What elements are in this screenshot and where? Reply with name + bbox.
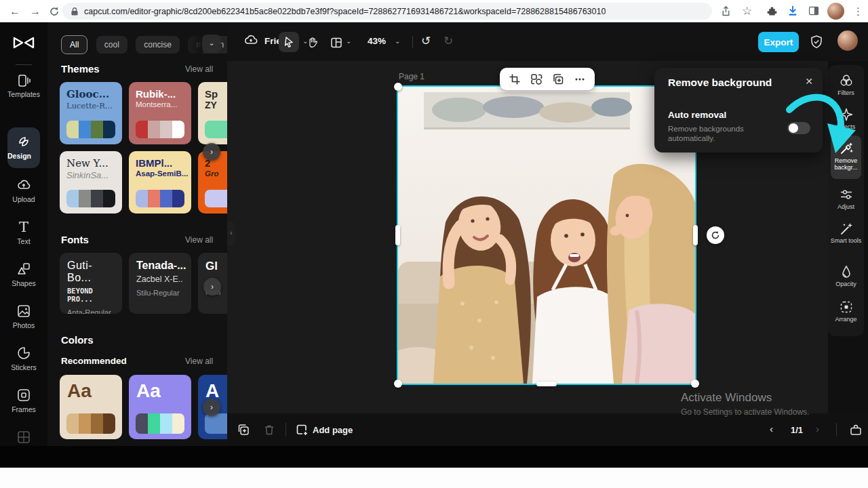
bookmark-star-icon[interactable]: ☆ bbox=[742, 0, 752, 22]
panel-collapse-icon[interactable]: ‹ bbox=[227, 222, 235, 246]
browser-avatar[interactable] bbox=[827, 3, 844, 20]
effects-icon bbox=[839, 107, 854, 122]
export-button[interactable]: Export bbox=[758, 32, 799, 52]
toggle-knob bbox=[789, 123, 798, 133]
capcut-logo[interactable] bbox=[12, 33, 36, 52]
theme-card[interactable]: IBMPl... Asap-SemiB... bbox=[129, 151, 191, 214]
swatch bbox=[172, 413, 184, 434]
theme-card[interactable]: Sp ZY bbox=[198, 82, 227, 144]
duplicate-icon[interactable] bbox=[552, 73, 564, 85]
more-options-icon[interactable] bbox=[574, 73, 586, 85]
download-icon[interactable] bbox=[787, 5, 799, 17]
photo-three-women bbox=[398, 87, 695, 384]
next-page-icon[interactable]: › bbox=[816, 423, 819, 434]
auto-removal-toggle[interactable] bbox=[787, 122, 810, 134]
selection-handle-top-left[interactable] bbox=[394, 83, 402, 91]
zoom-chevron-icon[interactable]: ⌄ bbox=[395, 37, 400, 45]
tool-opacity[interactable]: Opacity bbox=[828, 264, 864, 287]
preview-box-icon[interactable] bbox=[848, 422, 863, 437]
delete-page-icon[interactable] bbox=[262, 423, 276, 436]
theme-swatches bbox=[136, 121, 184, 138]
chips-expand-icon[interactable]: ⌄ bbox=[202, 35, 221, 53]
font-card[interactable]: Tenada-... Zacbel X-E.. Stilu-Regular bbox=[129, 253, 191, 314]
selection-handle-right[interactable] bbox=[693, 225, 698, 245]
auto-removal-description: Remove backgrounds automatically. bbox=[668, 124, 773, 144]
swatch bbox=[136, 413, 148, 434]
selection-handle-bottom-left[interactable] bbox=[394, 380, 402, 388]
page-label[interactable]: Page 1 bbox=[399, 72, 425, 81]
tool-arrange[interactable]: Arrange bbox=[828, 300, 864, 323]
themes-next-icon[interactable]: › bbox=[203, 143, 220, 161]
extensions-icon[interactable] bbox=[766, 5, 778, 17]
tool-adjust[interactable]: Adjust bbox=[828, 187, 864, 210]
layout-tool-icon[interactable] bbox=[330, 37, 342, 49]
selection-handle-bottom-right[interactable] bbox=[691, 380, 699, 388]
sidebar-item-more[interactable] bbox=[0, 429, 47, 445]
browser-reload-icon[interactable] bbox=[49, 6, 60, 17]
fonts-heading: Fonts bbox=[61, 234, 89, 245]
sidebar-item-stickers[interactable]: Stickers bbox=[0, 345, 47, 371]
color-card[interactable]: Aa bbox=[129, 375, 191, 439]
filters-icon bbox=[839, 73, 854, 88]
colors-next-icon[interactable]: › bbox=[203, 399, 220, 416]
tool-remove-background[interactable]: Remove backgr... bbox=[828, 141, 864, 171]
hand-tool-icon[interactable] bbox=[306, 36, 319, 49]
duplicate-page-icon[interactable] bbox=[237, 423, 250, 436]
selection-handle-bottom[interactable] bbox=[536, 382, 557, 386]
layout-chevron-icon[interactable]: ⌄ bbox=[346, 37, 351, 45]
sidebar-item-photos[interactable]: Photos bbox=[0, 303, 47, 329]
add-page-icon[interactable] bbox=[295, 423, 309, 436]
cloud-save-icon[interactable] bbox=[243, 33, 259, 49]
sidebar-item-frames[interactable]: Frames bbox=[0, 387, 47, 413]
selection-handle-left[interactable] bbox=[395, 225, 400, 245]
sidebar-item-shapes[interactable]: Shapes bbox=[0, 261, 47, 287]
tool-effects[interactable]: Effects bbox=[828, 107, 864, 130]
rotate-handle[interactable] bbox=[707, 226, 724, 244]
undo-icon[interactable]: ↺ bbox=[421, 34, 431, 48]
browser-back-icon[interactable]: ← bbox=[9, 0, 20, 22]
select-tool[interactable] bbox=[279, 32, 299, 52]
themes-view-all[interactable]: View all bbox=[185, 64, 213, 74]
split-screen-icon[interactable] bbox=[808, 5, 819, 16]
tool-smart-tools[interactable]: Smart tools bbox=[828, 221, 864, 244]
url-bar[interactable]: capcut.com/editor-graphic/8cd200eb622341… bbox=[62, 3, 712, 20]
sidebar-item-templates[interactable]: Templates bbox=[0, 73, 47, 98]
theme-swatches bbox=[66, 190, 115, 207]
redo-icon[interactable]: ↻ bbox=[443, 34, 453, 48]
browser-forward-icon[interactable]: → bbox=[30, 0, 41, 22]
crop-icon[interactable] bbox=[509, 73, 521, 85]
sidebar-item-design[interactable]: Design bbox=[7, 127, 40, 168]
chip-concise[interactable]: concise bbox=[136, 36, 180, 54]
theme-card[interactable]: Rubik-... Montserra... bbox=[129, 82, 191, 144]
editor-avatar[interactable] bbox=[837, 30, 858, 51]
share-icon[interactable] bbox=[720, 5, 732, 17]
color-card[interactable]: Aa bbox=[60, 375, 122, 439]
sidebar-item-text[interactable]: T Text bbox=[0, 219, 47, 245]
tool-filters[interactable]: Filters bbox=[828, 73, 864, 96]
replace-icon[interactable] bbox=[530, 73, 542, 85]
grid-icon bbox=[16, 429, 32, 445]
auto-removal-label: Auto removal bbox=[668, 110, 726, 120]
theme-card[interactable]: Glooc... Lucette-R... bbox=[60, 82, 122, 144]
fonts-view-all[interactable]: View all bbox=[185, 235, 213, 245]
chip-cool[interactable]: cool bbox=[96, 36, 127, 54]
theme-card[interactable]: New Y... SinkinSa... bbox=[60, 151, 122, 214]
font-card[interactable]: Guti-Bo... BEYOND PRO... Anta-Regular bbox=[60, 253, 122, 314]
canvas-page[interactable] bbox=[398, 87, 695, 384]
color-swatches bbox=[205, 413, 227, 434]
close-icon[interactable]: ✕ bbox=[805, 76, 813, 87]
swatch bbox=[148, 190, 160, 207]
colors-view-all[interactable]: View all bbox=[185, 357, 213, 366]
theme-swatches bbox=[66, 121, 115, 138]
zoom-level[interactable]: 43% bbox=[368, 36, 386, 46]
browser-menu-icon[interactable]: ⋮ bbox=[853, 0, 863, 22]
add-page-label[interactable]: Add page bbox=[313, 425, 353, 435]
fonts-next-icon[interactable]: › bbox=[203, 278, 221, 296]
shield-check-icon[interactable] bbox=[810, 35, 823, 49]
smart-tools-icon bbox=[839, 221, 854, 236]
stickers-icon bbox=[16, 345, 32, 361]
sidebar-item-upload[interactable]: Upload bbox=[0, 177, 47, 203]
activate-windows-text: Activate Windows bbox=[681, 391, 772, 405]
chip-all[interactable]: All bbox=[61, 35, 87, 54]
prev-page-icon[interactable]: ‹ bbox=[770, 423, 773, 434]
